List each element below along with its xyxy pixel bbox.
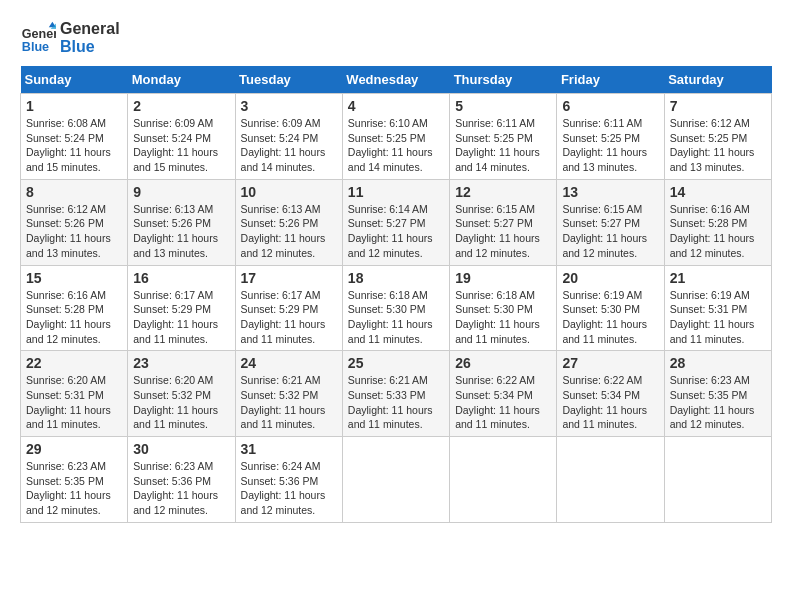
calendar-cell: 8 Sunrise: 6:12 AM Sunset: 5:26 PM Dayli… xyxy=(21,179,128,265)
calendar-cell xyxy=(664,437,771,523)
sunrise-label: Sunrise: 6:22 AM xyxy=(455,374,535,386)
calendar-cell: 19 Sunrise: 6:18 AM Sunset: 5:30 PM Dayl… xyxy=(450,265,557,351)
day-info: Sunrise: 6:16 AM Sunset: 5:28 PM Dayligh… xyxy=(670,202,766,261)
calendar-cell: 14 Sunrise: 6:16 AM Sunset: 5:28 PM Dayl… xyxy=(664,179,771,265)
calendar-cell: 16 Sunrise: 6:17 AM Sunset: 5:29 PM Dayl… xyxy=(128,265,235,351)
sunrise-label: Sunrise: 6:23 AM xyxy=(670,374,750,386)
daylight-label: Daylight: 11 hours and 11 minutes. xyxy=(455,318,540,345)
day-number: 27 xyxy=(562,355,658,371)
day-info: Sunrise: 6:22 AM Sunset: 5:34 PM Dayligh… xyxy=(562,373,658,432)
sunset-label: Sunset: 5:28 PM xyxy=(670,217,748,229)
daylight-label: Daylight: 11 hours and 11 minutes. xyxy=(348,318,433,345)
daylight-label: Daylight: 11 hours and 14 minutes. xyxy=(241,146,326,173)
calendar-cell: 22 Sunrise: 6:20 AM Sunset: 5:31 PM Dayl… xyxy=(21,351,128,437)
sunset-label: Sunset: 5:35 PM xyxy=(670,389,748,401)
calendar-cell: 29 Sunrise: 6:23 AM Sunset: 5:35 PM Dayl… xyxy=(21,437,128,523)
day-info: Sunrise: 6:13 AM Sunset: 5:26 PM Dayligh… xyxy=(133,202,229,261)
daylight-label: Daylight: 11 hours and 11 minutes. xyxy=(241,404,326,431)
calendar-cell xyxy=(557,437,664,523)
sunset-label: Sunset: 5:26 PM xyxy=(241,217,319,229)
sunrise-label: Sunrise: 6:21 AM xyxy=(241,374,321,386)
day-info: Sunrise: 6:23 AM Sunset: 5:36 PM Dayligh… xyxy=(133,459,229,518)
sunset-label: Sunset: 5:25 PM xyxy=(455,132,533,144)
sunset-label: Sunset: 5:32 PM xyxy=(241,389,319,401)
calendar-cell: 28 Sunrise: 6:23 AM Sunset: 5:35 PM Dayl… xyxy=(664,351,771,437)
calendar-cell: 18 Sunrise: 6:18 AM Sunset: 5:30 PM Dayl… xyxy=(342,265,449,351)
day-number: 11 xyxy=(348,184,444,200)
calendar-table: SundayMondayTuesdayWednesdayThursdayFrid… xyxy=(20,66,772,523)
day-info: Sunrise: 6:16 AM Sunset: 5:28 PM Dayligh… xyxy=(26,288,122,347)
daylight-label: Daylight: 11 hours and 13 minutes. xyxy=(133,232,218,259)
daylight-label: Daylight: 11 hours and 12 minutes. xyxy=(670,232,755,259)
day-number: 28 xyxy=(670,355,766,371)
daylight-label: Daylight: 11 hours and 15 minutes. xyxy=(26,146,111,173)
daylight-label: Daylight: 11 hours and 11 minutes. xyxy=(241,318,326,345)
header-friday: Friday xyxy=(557,66,664,94)
day-number: 12 xyxy=(455,184,551,200)
daylight-label: Daylight: 11 hours and 14 minutes. xyxy=(348,146,433,173)
daylight-label: Daylight: 11 hours and 11 minutes. xyxy=(133,318,218,345)
daylight-label: Daylight: 11 hours and 11 minutes. xyxy=(133,404,218,431)
day-number: 6 xyxy=(562,98,658,114)
day-info: Sunrise: 6:11 AM Sunset: 5:25 PM Dayligh… xyxy=(455,116,551,175)
sunrise-label: Sunrise: 6:21 AM xyxy=(348,374,428,386)
sunrise-label: Sunrise: 6:20 AM xyxy=(133,374,213,386)
sunrise-label: Sunrise: 6:18 AM xyxy=(348,289,428,301)
sunset-label: Sunset: 5:27 PM xyxy=(562,217,640,229)
day-number: 15 xyxy=(26,270,122,286)
sunrise-label: Sunrise: 6:08 AM xyxy=(26,117,106,129)
day-info: Sunrise: 6:14 AM Sunset: 5:27 PM Dayligh… xyxy=(348,202,444,261)
logo: General Blue General Blue xyxy=(20,20,120,56)
day-number: 7 xyxy=(670,98,766,114)
day-info: Sunrise: 6:23 AM Sunset: 5:35 PM Dayligh… xyxy=(26,459,122,518)
sunset-label: Sunset: 5:34 PM xyxy=(455,389,533,401)
day-number: 9 xyxy=(133,184,229,200)
day-info: Sunrise: 6:20 AM Sunset: 5:31 PM Dayligh… xyxy=(26,373,122,432)
daylight-label: Daylight: 11 hours and 13 minutes. xyxy=(562,146,647,173)
day-info: Sunrise: 6:20 AM Sunset: 5:32 PM Dayligh… xyxy=(133,373,229,432)
sunrise-label: Sunrise: 6:12 AM xyxy=(670,117,750,129)
calendar-cell: 30 Sunrise: 6:23 AM Sunset: 5:36 PM Dayl… xyxy=(128,437,235,523)
sunset-label: Sunset: 5:29 PM xyxy=(241,303,319,315)
calendar-header-row: SundayMondayTuesdayWednesdayThursdayFrid… xyxy=(21,66,772,94)
day-info: Sunrise: 6:09 AM Sunset: 5:24 PM Dayligh… xyxy=(133,116,229,175)
sunrise-label: Sunrise: 6:19 AM xyxy=(562,289,642,301)
sunset-label: Sunset: 5:32 PM xyxy=(133,389,211,401)
calendar-cell: 25 Sunrise: 6:21 AM Sunset: 5:33 PM Dayl… xyxy=(342,351,449,437)
sunrise-label: Sunrise: 6:19 AM xyxy=(670,289,750,301)
calendar-cell: 26 Sunrise: 6:22 AM Sunset: 5:34 PM Dayl… xyxy=(450,351,557,437)
sunset-label: Sunset: 5:30 PM xyxy=(455,303,533,315)
day-number: 2 xyxy=(133,98,229,114)
day-info: Sunrise: 6:15 AM Sunset: 5:27 PM Dayligh… xyxy=(562,202,658,261)
day-number: 14 xyxy=(670,184,766,200)
daylight-label: Daylight: 11 hours and 11 minutes. xyxy=(348,404,433,431)
daylight-label: Daylight: 11 hours and 12 minutes. xyxy=(26,489,111,516)
sunset-label: Sunset: 5:33 PM xyxy=(348,389,426,401)
daylight-label: Daylight: 11 hours and 12 minutes. xyxy=(348,232,433,259)
sunrise-label: Sunrise: 6:12 AM xyxy=(26,203,106,215)
day-number: 8 xyxy=(26,184,122,200)
daylight-label: Daylight: 11 hours and 11 minutes. xyxy=(455,404,540,431)
day-number: 19 xyxy=(455,270,551,286)
day-info: Sunrise: 6:21 AM Sunset: 5:32 PM Dayligh… xyxy=(241,373,337,432)
sunset-label: Sunset: 5:31 PM xyxy=(670,303,748,315)
sunrise-label: Sunrise: 6:09 AM xyxy=(133,117,213,129)
day-info: Sunrise: 6:19 AM Sunset: 5:31 PM Dayligh… xyxy=(670,288,766,347)
daylight-label: Daylight: 11 hours and 14 minutes. xyxy=(455,146,540,173)
day-number: 29 xyxy=(26,441,122,457)
calendar-cell: 27 Sunrise: 6:22 AM Sunset: 5:34 PM Dayl… xyxy=(557,351,664,437)
sunrise-label: Sunrise: 6:15 AM xyxy=(562,203,642,215)
sunrise-label: Sunrise: 6:16 AM xyxy=(26,289,106,301)
daylight-label: Daylight: 11 hours and 12 minutes. xyxy=(670,404,755,431)
calendar-cell: 4 Sunrise: 6:10 AM Sunset: 5:25 PM Dayli… xyxy=(342,94,449,180)
day-info: Sunrise: 6:12 AM Sunset: 5:26 PM Dayligh… xyxy=(26,202,122,261)
daylight-label: Daylight: 11 hours and 12 minutes. xyxy=(455,232,540,259)
daylight-label: Daylight: 11 hours and 11 minutes. xyxy=(670,318,755,345)
header-saturday: Saturday xyxy=(664,66,771,94)
calendar-cell: 23 Sunrise: 6:20 AM Sunset: 5:32 PM Dayl… xyxy=(128,351,235,437)
calendar-cell: 12 Sunrise: 6:15 AM Sunset: 5:27 PM Dayl… xyxy=(450,179,557,265)
sunset-label: Sunset: 5:30 PM xyxy=(562,303,640,315)
header-wednesday: Wednesday xyxy=(342,66,449,94)
calendar-cell: 31 Sunrise: 6:24 AM Sunset: 5:36 PM Dayl… xyxy=(235,437,342,523)
daylight-label: Daylight: 11 hours and 12 minutes. xyxy=(562,232,647,259)
